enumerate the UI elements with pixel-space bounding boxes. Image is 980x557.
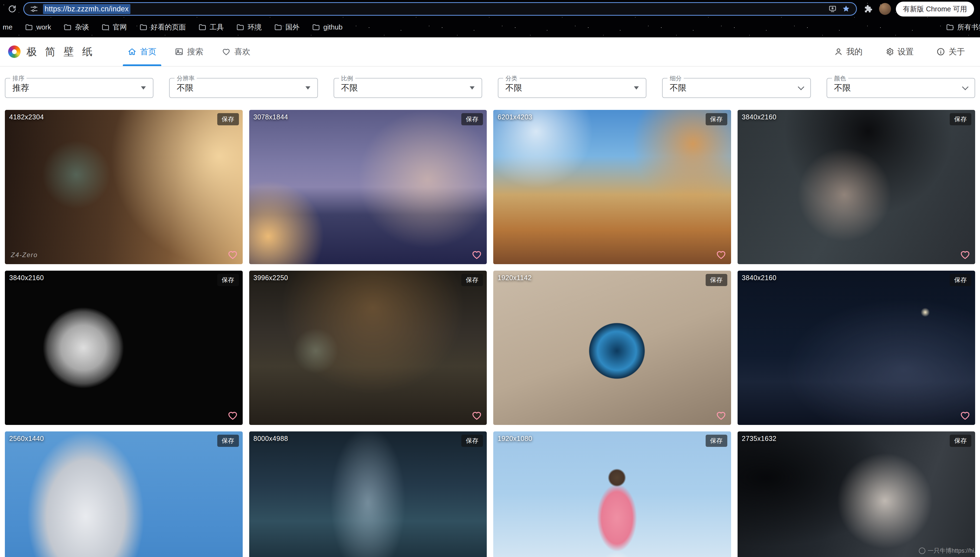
bookmark-item[interactable]: me: [3, 23, 13, 31]
save-button[interactable]: 保存: [705, 435, 727, 447]
nav-item-search[interactable]: 搜索: [166, 37, 213, 66]
install-app-button[interactable]: [828, 4, 837, 13]
favorite-button[interactable]: [959, 409, 971, 422]
site-settings-button[interactable]: [29, 4, 39, 13]
bookmarks-bar: me work 杂谈 官网 好看的页面 工具 环境 国外: [0, 17, 980, 37]
favorite-button[interactable]: [471, 409, 483, 422]
nav-item-likes[interactable]: 喜欢: [213, 37, 260, 66]
favorite-button[interactable]: [226, 248, 239, 261]
bookmark-folder[interactable]: 国外: [274, 23, 299, 32]
save-button[interactable]: 保存: [950, 113, 971, 125]
wallpaper-card[interactable]: 3840x2160 保存: [5, 270, 243, 425]
heart-icon: [960, 249, 970, 260]
bookmark-label: 工具: [210, 23, 224, 32]
resolution-label: 3840x2160: [9, 274, 44, 282]
wallpaper-card[interactable]: 8000x4988 保存: [249, 432, 487, 557]
nav-item-about[interactable]: 关于: [936, 46, 965, 57]
save-button[interactable]: 保存: [217, 113, 239, 125]
bookmark-star-button[interactable]: [842, 4, 851, 13]
favorite-button[interactable]: [226, 409, 239, 422]
save-button[interactable]: 保存: [461, 274, 483, 286]
filter-value: 不限: [177, 82, 193, 94]
filter-bar: 排序 推荐 分辨率 不限 比例 不限 分类 不限 细分 不限 颜色 不限: [0, 67, 980, 98]
extensions-button[interactable]: [862, 3, 874, 15]
filter-category[interactable]: 分类 不限: [498, 78, 647, 98]
save-button[interactable]: 保存: [461, 113, 483, 125]
wallpaper-card[interactable]: 3840x2160 保存: [738, 110, 975, 264]
resolution-label: 4182x2304: [9, 113, 44, 121]
resolution-label: 3996x2250: [254, 274, 288, 282]
folder-icon: [946, 23, 954, 31]
reload-button[interactable]: [6, 3, 18, 15]
nav-item-home[interactable]: 首页: [119, 37, 166, 66]
filter-label: 比例: [339, 75, 355, 83]
favorite-button[interactable]: [715, 248, 727, 261]
page: { "browser": { "url": "https://bz.zzzmh.…: [0, 0, 980, 557]
filter-label: 排序: [10, 75, 26, 83]
wallpaper-card[interactable]: 4182x2304 保存 Z4-Zero: [5, 110, 243, 264]
profile-avatar[interactable]: [879, 3, 891, 15]
bookmark-label: 好看的页面: [151, 23, 186, 32]
bookmark-label: 官网: [113, 23, 127, 32]
wallpaper-card[interactable]: 2560x1440 保存: [5, 432, 243, 557]
wallpaper-card[interactable]: 6201x4203 保存: [493, 110, 731, 264]
filter-color[interactable]: 颜色 不限: [827, 78, 975, 98]
save-button[interactable]: 保存: [705, 274, 727, 286]
filter-value: 推荐: [13, 82, 29, 94]
dropdown-arrow-icon: [141, 86, 146, 90]
filter-ratio[interactable]: 比例 不限: [333, 78, 482, 98]
resolution-label: 6201x4203: [497, 113, 532, 121]
save-button[interactable]: 保存: [217, 274, 239, 286]
bookmark-folder[interactable]: 环境: [236, 23, 262, 32]
tune-icon: [30, 5, 38, 13]
folder-icon: [312, 23, 320, 31]
bookmark-label: 国外: [286, 23, 299, 32]
resolution-label: 8000x4988: [254, 435, 288, 443]
bookmark-label: me: [3, 23, 13, 31]
filter-value: 不限: [834, 82, 851, 94]
nav-label: 关于: [949, 46, 965, 57]
browser-chrome: https://bz.zzzmh.cn/index 有新版 Chrome 可用 …: [0, 0, 980, 37]
dropdown-arrow-icon: [470, 86, 475, 90]
dropdown-arrow-icon: [306, 86, 310, 90]
bookmark-folder[interactable]: work: [25, 23, 51, 31]
chrome-update-chip[interactable]: 有新版 Chrome 可用: [896, 2, 974, 16]
bookmark-folder[interactable]: 杂谈: [63, 23, 89, 32]
filter-resolution[interactable]: 分辨率 不限: [169, 78, 318, 98]
bookmark-label: work: [36, 23, 51, 31]
wallpaper-card[interactable]: 2735x1632 保存: [738, 432, 975, 557]
nav-item-settings[interactable]: 设置: [885, 46, 914, 57]
all-bookmarks-button[interactable]: 所有书签: [946, 23, 980, 32]
save-button[interactable]: 保存: [461, 435, 483, 447]
save-button[interactable]: 保存: [950, 274, 971, 286]
wallpaper-card[interactable]: 1920x1080 保存: [493, 432, 731, 557]
favorite-button[interactable]: [959, 248, 971, 261]
site-title: 极 简 壁 纸: [26, 45, 95, 59]
site-brand[interactable]: 极 简 壁 纸: [8, 37, 95, 66]
bookmark-folder[interactable]: 好看的页面: [139, 23, 186, 32]
save-button[interactable]: 保存: [950, 435, 971, 447]
home-icon: [128, 47, 137, 56]
filter-value: 不限: [341, 82, 358, 94]
wallpaper-card[interactable]: 3996x2250 保存: [249, 270, 487, 425]
wallpaper-card[interactable]: 3840x2160 保存: [738, 270, 975, 425]
nav-item-mine[interactable]: 我的: [834, 46, 863, 57]
filter-sort[interactable]: 排序 推荐: [5, 78, 153, 98]
heart-icon: [471, 249, 482, 260]
address-bar[interactable]: https://bz.zzzmh.cn/index: [23, 2, 857, 16]
bookmark-label: 环境: [247, 23, 262, 32]
favorite-button[interactable]: [715, 409, 727, 422]
bookmark-folder[interactable]: 工具: [198, 23, 224, 32]
wallpaper-card[interactable]: 1920x1142 保存: [493, 270, 731, 425]
wallpaper-grid: 4182x2304 保存 Z4-Zero 3078x1844 保存 6201x4…: [0, 98, 980, 557]
favorite-button[interactable]: [471, 248, 483, 261]
wallpaper-card[interactable]: 3078x1844 保存: [249, 110, 487, 264]
filter-subcategory[interactable]: 细分 不限: [662, 78, 811, 98]
bookmark-folder[interactable]: 官网: [101, 23, 127, 32]
save-button[interactable]: 保存: [705, 113, 727, 125]
nav-label: 首页: [140, 46, 156, 57]
reload-icon: [8, 4, 17, 13]
image-search-icon: [175, 47, 184, 56]
bookmark-folder[interactable]: github: [312, 23, 343, 31]
save-button[interactable]: 保存: [217, 435, 239, 447]
